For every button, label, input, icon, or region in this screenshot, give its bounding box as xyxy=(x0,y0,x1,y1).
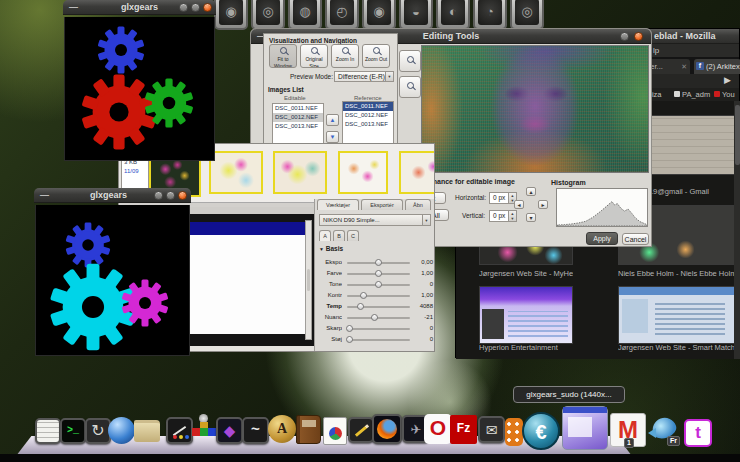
slider-track[interactable] xyxy=(347,262,410,264)
dock-icon-firefox[interactable] xyxy=(372,414,402,444)
fit-to-window-button[interactable]: Fit to Window xyxy=(269,44,297,68)
firefox-scrollbar[interactable] xyxy=(734,101,740,359)
editable-image-preview[interactable] xyxy=(421,45,649,173)
panel-icon[interactable]: ◎ xyxy=(510,0,544,30)
minimize-button[interactable] xyxy=(620,32,629,41)
dock-icon-gem[interactable]: ◆ xyxy=(216,417,243,444)
shift-down-button[interactable]: ▾ xyxy=(526,213,536,222)
snapshot-tab-b[interactable]: B xyxy=(333,230,345,241)
maximize-button[interactable] xyxy=(166,191,175,200)
snapshot-tab-a[interactable]: A xyxy=(319,230,331,241)
zoom-out-button[interactable]: Zoom Out xyxy=(362,44,390,68)
list-item[interactable]: DSC_0011.NEF xyxy=(343,102,393,111)
dock-icon-gmail[interactable]: M1 xyxy=(610,413,646,447)
slider-handle[interactable] xyxy=(346,336,353,343)
dock-icon-notes[interactable] xyxy=(35,418,61,444)
list-item[interactable]: DSC_0012.NEF xyxy=(343,111,393,120)
slider-track[interactable] xyxy=(347,339,410,341)
tab-tools[interactable]: Værktøjer xyxy=(317,199,359,210)
tab-arkitex[interactable]: f (2) Arkitex xyxy=(694,59,740,74)
horizontal-spinner[interactable]: 0 px ▴▾ xyxy=(489,192,517,204)
panel-icon[interactable]: ◎ xyxy=(251,0,285,30)
tab-export[interactable]: Eksportér xyxy=(361,199,403,210)
preview-mode-combo[interactable]: Difference (E-R) ▾ xyxy=(334,71,394,82)
slider-track[interactable] xyxy=(347,273,410,275)
minimize-button[interactable] xyxy=(179,3,188,12)
filmstrip-thumb[interactable] xyxy=(399,151,435,194)
spin-down-icon[interactable]: ▾ xyxy=(511,216,513,221)
menu-help-fragment[interactable]: lp xyxy=(653,44,659,57)
move-down-button[interactable]: ▼ xyxy=(326,131,339,143)
thumb-caption[interactable]: Jørgensen Web Site - MyHeritage xyxy=(479,269,573,278)
zoom-tool-button[interactable] xyxy=(399,50,421,72)
list-item[interactable]: DSC_0012.NEF xyxy=(273,113,323,122)
camera-profile-combo[interactable]: NIKON D90 Simple... ▾ xyxy=(319,214,431,226)
dock-icon-pencil[interactable] xyxy=(348,417,374,443)
thumb-caption[interactable]: Jørgensen Web Site - Smart Matches™ - M.… xyxy=(618,343,740,352)
list-item[interactable]: DSC_0011.NEF xyxy=(273,104,323,113)
slider-handle[interactable] xyxy=(375,270,382,277)
dock-icon-blocks[interactable] xyxy=(190,414,218,444)
thumb-caption[interactable]: Hyperion Entertainment xyxy=(479,343,573,352)
filmstrip-thumb[interactable] xyxy=(209,151,263,194)
canvas-scrollbar[interactable] xyxy=(305,220,312,340)
apply-button[interactable]: Apply xyxy=(586,232,618,245)
slider-handle[interactable] xyxy=(375,281,382,288)
dock-icon-euro[interactable]: € xyxy=(522,412,560,450)
vertical-spinner[interactable]: 0 px ▴▾ xyxy=(489,210,517,222)
slider-handle[interactable] xyxy=(371,314,378,321)
dock-icon-mail[interactable]: ✉ xyxy=(478,416,505,443)
snapshot-tab-c[interactable]: C xyxy=(347,230,359,241)
dock-icon-chart-doc[interactable] xyxy=(323,417,347,445)
dock-icon-abiword[interactable]: A xyxy=(268,415,296,443)
shift-right-button[interactable]: ▸ xyxy=(538,200,548,209)
dock-icon-opera[interactable]: O xyxy=(424,414,452,444)
zoom-tool-button[interactable] xyxy=(399,76,421,98)
slider-track[interactable] xyxy=(347,328,410,330)
cancel-button[interactable]: Cancel xyxy=(622,233,649,245)
list-item-link[interactable]: 11/09 xyxy=(122,167,148,176)
glxgears-titlebar[interactable]: — glxgears xyxy=(63,0,216,15)
dock-icon-window-preview[interactable] xyxy=(562,406,608,450)
panel-icon[interactable]: ◒ xyxy=(399,0,433,30)
window-menu-icon[interactable]: — xyxy=(69,0,78,15)
filmstrip-thumb[interactable] xyxy=(338,151,388,194)
dock-icon-filezilla[interactable]: Fz xyxy=(450,415,477,444)
dock-icon-fish[interactable]: Fr xyxy=(648,414,682,446)
panel-icon[interactable]: ◔ xyxy=(473,0,507,30)
bookmark-item[interactable]: PA_adm xyxy=(674,88,710,101)
slider-handle[interactable] xyxy=(357,303,364,310)
bookmark-item[interactable]: You xyxy=(714,88,735,101)
dock-icon-wings[interactable]: ~ xyxy=(242,417,269,444)
slider-handle[interactable] xyxy=(375,259,382,266)
close-button[interactable] xyxy=(634,32,643,41)
dock-icon-terminal[interactable]: >_ xyxy=(60,418,86,444)
dock-icon-pattern[interactable] xyxy=(505,418,523,446)
dock-icon-paint[interactable] xyxy=(166,417,193,444)
slider-track[interactable] xyxy=(347,317,410,319)
panel-icon[interactable]: ◉ xyxy=(362,0,396,30)
shift-left-button[interactable]: ◂ xyxy=(514,200,524,209)
tab-open[interactable]: Åbn xyxy=(405,199,431,210)
thumb-caption[interactable]: Niels Ebbe Holm - Niels Ebbe Holm dette … xyxy=(618,269,740,278)
speeddial-thumb-smartmatches[interactable] xyxy=(618,286,740,344)
filmstrip-thumb[interactable] xyxy=(273,151,327,194)
slider-handle[interactable] xyxy=(346,325,353,332)
basis-section-header[interactable]: ▼ Basis xyxy=(319,245,343,252)
speeddial-thumb-hyperion[interactable] xyxy=(479,286,573,344)
tab-close-icon[interactable]: ✕ xyxy=(681,59,687,74)
close-button[interactable] xyxy=(203,3,212,12)
dock-icon-folder[interactable] xyxy=(134,420,160,442)
panel-icon[interactable]: ◴ xyxy=(325,0,359,30)
dock-icon-book[interactable] xyxy=(296,415,321,444)
shift-up-button[interactable]: ▴ xyxy=(526,187,536,196)
glxgears-titlebar[interactable]: — glxgears xyxy=(34,188,191,203)
maximize-button[interactable] xyxy=(191,3,200,12)
zoom-in-button[interactable]: Zoom In xyxy=(331,44,359,68)
go-arrow-icon[interactable]: ▶ xyxy=(724,75,731,85)
minimize-button[interactable] xyxy=(154,191,163,200)
original-size-button[interactable]: Original Size xyxy=(300,44,328,68)
dock-icon-clock-orb[interactable] xyxy=(108,417,135,444)
scrollbar-grip[interactable] xyxy=(307,269,310,291)
slider-track[interactable] xyxy=(347,295,410,297)
